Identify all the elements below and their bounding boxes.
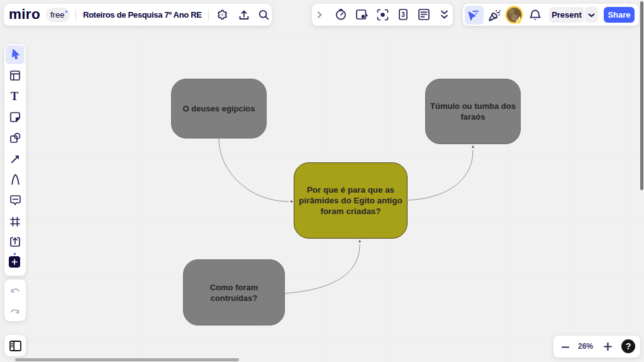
svg-text:3: 3	[401, 11, 405, 18]
